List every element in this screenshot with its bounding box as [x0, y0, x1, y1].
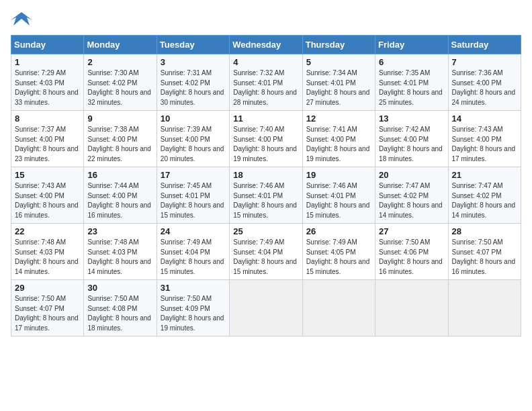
calendar-cell: [230, 280, 302, 336]
calendar-cell: 1Sunrise: 7:29 AMSunset: 4:03 PMDaylight…: [11, 54, 84, 111]
cell-info: Sunrise: 7:50 AMSunset: 4:07 PMDaylight:…: [452, 238, 517, 277]
cell-info: Sunrise: 7:29 AMSunset: 4:03 PMDaylight:…: [15, 68, 80, 107]
day-number: 19: [306, 170, 371, 180]
day-number: 18: [233, 170, 298, 180]
column-header-sunday: Sunday: [11, 36, 84, 54]
day-number: 10: [161, 113, 226, 124]
calendar-cell: 9Sunrise: 7:38 AMSunset: 4:00 PMDaylight…: [84, 111, 157, 167]
cell-info: Sunrise: 7:49 AMSunset: 4:04 PMDaylight:…: [161, 238, 226, 277]
calendar-cell: 30Sunrise: 7:50 AMSunset: 4:08 PMDayligh…: [84, 280, 157, 336]
day-number: 15: [15, 170, 80, 180]
day-number: 29: [15, 283, 80, 293]
day-number: 22: [15, 226, 80, 236]
calendar-header: SundayMondayTuesdayWednesdayThursdayFrid…: [11, 36, 521, 54]
cell-info: Sunrise: 7:48 AMSunset: 4:03 PMDaylight:…: [87, 238, 152, 277]
day-number: 28: [452, 226, 517, 236]
calendar-cell: 7Sunrise: 7:36 AMSunset: 4:00 PMDaylight…: [448, 54, 521, 111]
cell-info: Sunrise: 7:46 AMSunset: 4:01 PMDaylight:…: [233, 181, 298, 220]
calendar-cell: [375, 280, 448, 336]
calendar-cell: 6Sunrise: 7:35 AMSunset: 4:01 PMDaylight…: [375, 54, 448, 111]
cell-info: Sunrise: 7:30 AMSunset: 4:02 PMDaylight:…: [87, 68, 152, 107]
calendar-cell: 10Sunrise: 7:39 AMSunset: 4:00 PMDayligh…: [157, 111, 229, 167]
day-number: 27: [379, 226, 444, 236]
cell-info: Sunrise: 7:50 AMSunset: 4:06 PMDaylight:…: [379, 238, 444, 277]
day-number: 7: [452, 57, 517, 67]
calendar-cell: 24Sunrise: 7:49 AMSunset: 4:04 PMDayligh…: [157, 224, 229, 280]
day-number: 17: [161, 170, 226, 180]
column-header-tuesday: Tuesday: [157, 36, 229, 54]
calendar-cell: 12Sunrise: 7:41 AMSunset: 4:00 PMDayligh…: [302, 111, 375, 167]
calendar-cell: 4Sunrise: 7:32 AMSunset: 4:01 PMDaylight…: [230, 54, 302, 111]
calendar-cell: 23Sunrise: 7:48 AMSunset: 4:03 PMDayligh…: [84, 224, 157, 280]
cell-info: Sunrise: 7:39 AMSunset: 4:00 PMDaylight:…: [161, 125, 226, 164]
day-number: 11: [233, 113, 298, 124]
calendar-cell: 29Sunrise: 7:50 AMSunset: 4:07 PMDayligh…: [11, 280, 84, 336]
cell-info: Sunrise: 7:49 AMSunset: 4:04 PMDaylight:…: [233, 238, 298, 277]
day-number: 25: [233, 226, 298, 236]
day-number: 6: [379, 57, 444, 67]
cell-info: Sunrise: 7:46 AMSunset: 4:01 PMDaylight:…: [306, 181, 371, 220]
day-number: 12: [306, 113, 371, 124]
day-number: 26: [306, 226, 371, 236]
calendar-cell: 3Sunrise: 7:31 AMSunset: 4:02 PMDaylight…: [157, 54, 229, 111]
cell-info: Sunrise: 7:37 AMSunset: 4:00 PMDaylight:…: [15, 125, 80, 164]
page-header: [11, 11, 521, 30]
calendar-cell: 19Sunrise: 7:46 AMSunset: 4:01 PMDayligh…: [302, 167, 375, 224]
calendar-cell: 17Sunrise: 7:45 AMSunset: 4:01 PMDayligh…: [157, 167, 229, 224]
cell-info: Sunrise: 7:48 AMSunset: 4:03 PMDaylight:…: [15, 238, 80, 277]
day-number: 1: [15, 57, 80, 67]
calendar-cell: [448, 280, 521, 336]
cell-info: Sunrise: 7:50 AMSunset: 4:09 PMDaylight:…: [161, 294, 226, 333]
day-number: 23: [87, 226, 152, 236]
day-number: 16: [87, 170, 152, 180]
cell-info: Sunrise: 7:32 AMSunset: 4:01 PMDaylight:…: [233, 68, 298, 107]
cell-info: Sunrise: 7:42 AMSunset: 4:00 PMDaylight:…: [379, 125, 444, 164]
column-header-friday: Friday: [375, 36, 448, 54]
day-number: 14: [452, 113, 517, 124]
calendar-cell: 27Sunrise: 7:50 AMSunset: 4:06 PMDayligh…: [375, 224, 448, 280]
cell-info: Sunrise: 7:35 AMSunset: 4:01 PMDaylight:…: [379, 68, 444, 107]
day-number: 4: [233, 57, 298, 67]
cell-info: Sunrise: 7:49 AMSunset: 4:05 PMDaylight:…: [306, 238, 371, 277]
day-number: 5: [306, 57, 371, 67]
column-header-saturday: Saturday: [448, 36, 521, 54]
calendar-cell: 15Sunrise: 7:43 AMSunset: 4:00 PMDayligh…: [11, 167, 84, 224]
calendar-cell: [302, 280, 375, 336]
cell-info: Sunrise: 7:47 AMSunset: 4:02 PMDaylight:…: [452, 181, 517, 220]
cell-info: Sunrise: 7:43 AMSunset: 4:00 PMDaylight:…: [452, 125, 517, 164]
cell-info: Sunrise: 7:38 AMSunset: 4:00 PMDaylight:…: [87, 125, 152, 164]
cell-info: Sunrise: 7:44 AMSunset: 4:00 PMDaylight:…: [87, 181, 152, 220]
cell-info: Sunrise: 7:31 AMSunset: 4:02 PMDaylight:…: [161, 68, 226, 107]
logo: [11, 11, 35, 30]
calendar-cell: 18Sunrise: 7:46 AMSunset: 4:01 PMDayligh…: [230, 167, 302, 224]
cell-info: Sunrise: 7:45 AMSunset: 4:01 PMDaylight:…: [161, 181, 226, 220]
calendar-cell: 28Sunrise: 7:50 AMSunset: 4:07 PMDayligh…: [448, 224, 521, 280]
cell-info: Sunrise: 7:40 AMSunset: 4:00 PMDaylight:…: [233, 125, 298, 164]
calendar-cell: 5Sunrise: 7:34 AMSunset: 4:01 PMDaylight…: [302, 54, 375, 111]
calendar-cell: 22Sunrise: 7:48 AMSunset: 4:03 PMDayligh…: [11, 224, 84, 280]
day-number: 21: [452, 170, 517, 180]
day-number: 20: [379, 170, 444, 180]
cell-info: Sunrise: 7:34 AMSunset: 4:01 PMDaylight:…: [306, 68, 371, 107]
svg-marker-0: [11, 12, 32, 26]
calendar-cell: 2Sunrise: 7:30 AMSunset: 4:02 PMDaylight…: [84, 54, 157, 111]
calendar-cell: 16Sunrise: 7:44 AMSunset: 4:00 PMDayligh…: [84, 167, 157, 224]
day-number: 30: [87, 283, 152, 293]
day-number: 13: [379, 113, 444, 124]
column-header-monday: Monday: [84, 36, 157, 54]
day-number: 24: [161, 226, 226, 236]
calendar-cell: 13Sunrise: 7:42 AMSunset: 4:00 PMDayligh…: [375, 111, 448, 167]
day-number: 31: [161, 283, 226, 293]
calendar-cell: 25Sunrise: 7:49 AMSunset: 4:04 PMDayligh…: [230, 224, 302, 280]
cell-info: Sunrise: 7:36 AMSunset: 4:00 PMDaylight:…: [452, 68, 517, 107]
cell-info: Sunrise: 7:43 AMSunset: 4:00 PMDaylight:…: [15, 181, 80, 220]
column-header-wednesday: Wednesday: [230, 36, 302, 54]
cell-info: Sunrise: 7:47 AMSunset: 4:02 PMDaylight:…: [379, 181, 444, 220]
column-header-thursday: Thursday: [302, 36, 375, 54]
cell-info: Sunrise: 7:41 AMSunset: 4:00 PMDaylight:…: [306, 125, 371, 164]
day-number: 9: [87, 113, 152, 124]
calendar-cell: 21Sunrise: 7:47 AMSunset: 4:02 PMDayligh…: [448, 167, 521, 224]
calendar-cell: 31Sunrise: 7:50 AMSunset: 4:09 PMDayligh…: [157, 280, 229, 336]
logo-bird-icon: [11, 11, 32, 30]
day-number: 2: [87, 57, 152, 67]
